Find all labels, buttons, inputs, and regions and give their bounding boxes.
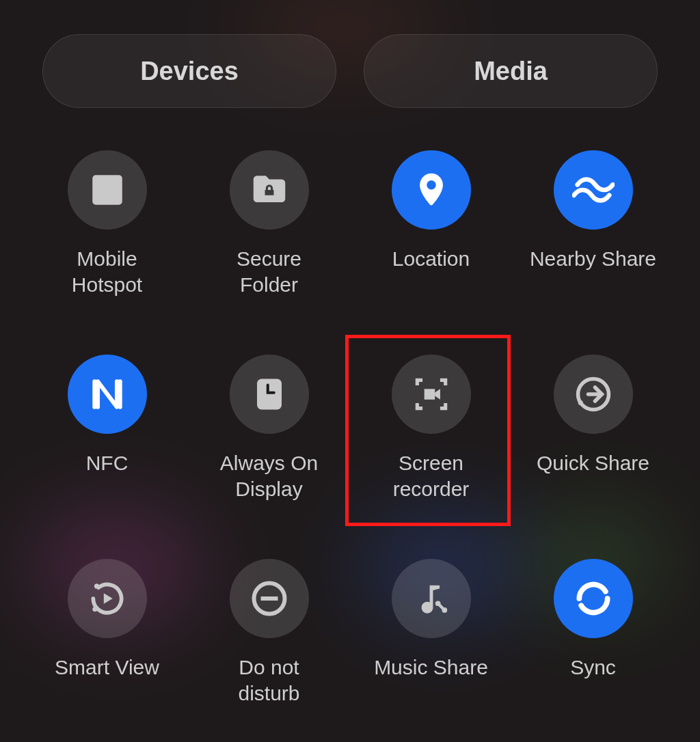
devices-label: Devices (140, 57, 239, 86)
tile-label: NFC (86, 450, 129, 476)
tile-location: Location (350, 150, 512, 297)
svg-rect-0 (257, 379, 282, 410)
aod-icon (251, 376, 288, 413)
tile-quick-share: Quick Share (512, 355, 674, 501)
tile-label: Sync (570, 655, 616, 681)
location-icon (412, 170, 451, 210)
tile-sync: Sync (512, 559, 674, 706)
toggle-screen-recorder[interactable] (392, 355, 471, 434)
tile-label: Location (392, 246, 470, 272)
nearby-share-icon (572, 169, 615, 211)
smart-view-icon (86, 577, 129, 620)
toggle-do-not-disturb[interactable] (230, 559, 309, 638)
quick-share-icon (573, 374, 614, 415)
tile-label: Nearby Share (530, 246, 656, 272)
tile-label: Mobile Hotspot (72, 246, 142, 297)
folder-lock-icon (248, 169, 291, 211)
tile-label: Smart View (55, 655, 159, 681)
toggle-secure-folder[interactable] (230, 150, 309, 230)
dnd-icon (249, 578, 290, 619)
nfc-icon (88, 375, 126, 413)
toggle-nfc[interactable] (68, 355, 147, 434)
tile-smart-view: Smart View (26, 559, 188, 706)
tile-nfc: NFC (26, 355, 188, 501)
toggle-sync[interactable] (554, 559, 633, 638)
tile-label: Always On Display (220, 450, 318, 501)
sync-icon (572, 577, 615, 620)
toggle-music-share[interactable] (392, 559, 471, 638)
media-button[interactable]: Media (364, 34, 658, 108)
toggle-quick-share[interactable] (554, 355, 633, 434)
quick-settings-grid: Mobile Hotspot Secure Folder Location (0, 108, 700, 706)
toggle-nearby-share[interactable] (554, 150, 633, 230)
tile-label: Secure Folder (237, 246, 301, 297)
tile-secure-folder: Secure Folder (188, 150, 350, 297)
screen-recorder-icon (410, 373, 453, 415)
tile-music-share: Music Share (350, 559, 512, 706)
tile-nearby-share: Nearby Share (512, 150, 674, 297)
tile-label: Music Share (374, 655, 488, 681)
svg-point-4 (92, 607, 97, 612)
svg-point-3 (94, 583, 98, 588)
hotspot-icon (88, 170, 127, 210)
toggle-mobile-hotspot[interactable] (68, 150, 147, 230)
tile-screen-recorder: Screen recorder (350, 355, 512, 501)
tile-do-not-disturb: Do not disturb (188, 559, 350, 706)
tile-label: Screen recorder (393, 450, 470, 501)
toggle-location[interactable] (392, 150, 471, 230)
music-share-icon (412, 579, 451, 618)
devices-button[interactable]: Devices (42, 34, 336, 108)
toggle-smart-view[interactable] (68, 559, 147, 638)
tile-mobile-hotspot: Mobile Hotspot (26, 150, 188, 297)
toggle-always-on-display[interactable] (230, 355, 309, 434)
tile-label: Quick Share (537, 450, 649, 476)
tile-label: Do not disturb (238, 655, 299, 706)
tile-always-on-display: Always On Display (188, 355, 350, 501)
svg-point-2 (578, 400, 582, 405)
media-label: Media (474, 57, 548, 86)
